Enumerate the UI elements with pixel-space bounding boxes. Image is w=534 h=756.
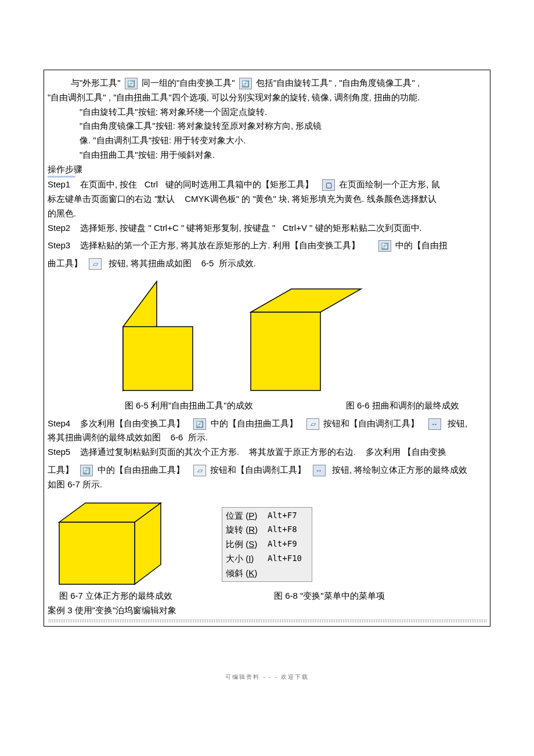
free-distort-icon xyxy=(89,258,102,270)
text: 包括"自由旋转工具" , "自由角度镜像工具" , xyxy=(256,78,420,88)
svg-marker-2 xyxy=(251,289,361,312)
menu-label-text: 比例 xyxy=(226,539,243,549)
menu-item-rotate[interactable]: 旋转 (R) Alt+F8 xyxy=(226,523,308,537)
rectangle-tool-icon xyxy=(322,179,335,191)
wavy-separator xyxy=(48,619,486,623)
step3: Step3 选择粘贴的第一个正方形, 将其放在原矩形的上方. 利用【自由变换工具… xyxy=(48,238,486,253)
text: 中的【自由扭曲工具】 xyxy=(211,418,298,428)
figure-row-2: 位置 (P) Alt+F7 旋转 (R) Alt+F8 比例 (S) Alt+F… xyxy=(48,496,486,589)
menu-key: K xyxy=(248,568,254,578)
caption-6-8: 图 6-8 "变换"菜单中的菜单项 xyxy=(274,589,460,603)
free-distort-icon xyxy=(306,418,319,430)
text: 与"外形工具" xyxy=(71,78,121,88)
text: 同一组的"自由变换工具" xyxy=(142,78,235,88)
svg-marker-3 xyxy=(251,312,320,390)
menu-item-size[interactable]: 大小 (I) Alt+F10 xyxy=(226,552,308,566)
figure-6-7-image xyxy=(53,496,169,589)
text: 多次利用【自由变换工具】 xyxy=(80,418,185,428)
text: 在页面中, 按住 xyxy=(80,179,137,189)
document-page: 与"外形工具" 同一组的"自由变换工具" 包括"自由旋转工具" , "自由角度镜… xyxy=(44,70,490,627)
free-transform-icon xyxy=(378,240,391,252)
menu-shortcut: Alt+F7 xyxy=(268,509,308,523)
key-ctrl: Ctrl xyxy=(145,179,158,189)
intro-line2: "自由调剂工具" , "自由扭曲工具"四个选项, 可以分别实现对象的旋转, 镜像… xyxy=(48,91,486,105)
step-label: Step1 xyxy=(48,179,70,189)
intro-line1: 与"外形工具" 同一组的"自由变换工具" 包括"自由旋转工具" , "自由角度镜… xyxy=(48,76,486,91)
text: 工具】 xyxy=(48,465,74,475)
fig-ref: 6-6 xyxy=(171,432,183,442)
text: 选择粘贴的第一个正方形, 将其放在原矩形的上方. 利用【自由变换工具】 xyxy=(80,240,360,250)
bullet-2: "自由角度镜像工具"按钮: 将对象旋转至原对象对称方向, 形成镜 xyxy=(48,119,486,133)
caption-6-5: 图 6-5 利用"自由扭曲工具"的成效 xyxy=(82,399,295,413)
menu-item-position[interactable]: 位置 (P) Alt+F7 xyxy=(226,509,308,523)
menu-label-text: 旋转 xyxy=(226,525,243,534)
text: 多次利用 【自由变换 xyxy=(366,447,446,457)
free-transform-icon xyxy=(80,465,93,476)
transform-menu: 位置 (P) Alt+F7 旋转 (R) Alt+F8 比例 (S) Alt+F… xyxy=(222,507,312,583)
figure-row-1 xyxy=(117,274,486,396)
text: 按钮, 将其扭曲成如图 xyxy=(109,258,192,268)
step4: Step4 多次利用【自由变换工具】 中的【自由扭曲工具】 按钮和【自由调剂工具… xyxy=(48,417,486,431)
text: 将其放置于原正方形的右边. xyxy=(249,447,356,457)
bullet-3: 像. "自由调剂工具"按钮: 用于转变对象大小. xyxy=(48,133,486,148)
menu-label-text: 大小 xyxy=(226,554,243,563)
svg-marker-1 xyxy=(123,327,193,390)
menu-shortcut: Alt+F10 xyxy=(268,552,308,566)
free-transform-icon xyxy=(239,78,252,89)
step2: Step2 选择矩形, 按键盘 " Ctrl+C " 键将矩形复制, 按键盘 "… xyxy=(48,221,486,236)
caption-row-2: 图 6-7 立体正方形的最终成效 图 6-8 "变换"菜单中的菜单项 xyxy=(48,589,486,603)
menu-item-skew[interactable]: 倾斜 (K) xyxy=(226,566,308,581)
text: 选择通过复制粘贴到页面的其次个正方形. xyxy=(80,447,239,457)
text: 所示成效. xyxy=(219,258,256,268)
step-label: Step5 xyxy=(48,447,70,457)
figure-6-5-image xyxy=(117,274,210,396)
text: 键的同时选用工具箱中的【矩形工具】 xyxy=(165,179,313,189)
free-transform-icon xyxy=(193,418,206,430)
text: 按钮和【自由调剂工具】 xyxy=(210,465,306,475)
step1: Step1 在页面中, 按住 Ctrl 键的同时选用工具箱中的【矩形工具】 在页… xyxy=(48,178,486,192)
menu-key: R xyxy=(248,525,255,534)
menu-shortcut: Alt+F9 xyxy=(268,537,308,552)
step1-line3: 的黑色. xyxy=(48,207,486,221)
free-adjust-icon xyxy=(428,418,441,430)
page-footer: 可编辑资料 - - - 欢迎下载 xyxy=(0,673,534,681)
text: 按钮和【自由调剂工具】 xyxy=(323,418,419,428)
caption-6-7: 图 6-7 立体正方形的最终成效 xyxy=(48,589,222,603)
bullet-4: "自由扭曲工具"按钮: 用于倾斜对象. xyxy=(48,148,486,162)
text: " 键将矩形复制, 按键盘 " xyxy=(181,223,275,233)
step5-line3: 如图 6-7 所示. xyxy=(48,478,486,492)
text: 曲工具】 xyxy=(48,258,82,268)
text: 中的【自由扭曲工具】 xyxy=(98,465,185,475)
step-label: Step2 xyxy=(48,223,70,233)
menu-label-text: 倾斜 xyxy=(226,568,243,578)
step5-line2: 工具】 中的【自由扭曲工具】 按钮和【自由调剂工具】 按钮, 将绘制立体正方形的… xyxy=(48,463,486,478)
menu-shortcut xyxy=(268,566,308,581)
caption-6-6: 图 6-6 扭曲和调剂的最终成效 xyxy=(319,399,486,413)
text: 按钮, xyxy=(448,418,467,428)
step-label: Step4 xyxy=(48,418,70,428)
step4-line2: 将其扭曲调剂的最终成效如图 6-6 所示. xyxy=(48,431,486,445)
menu-key: P xyxy=(248,511,254,520)
key-ctrl-c: Ctrl+C xyxy=(154,223,179,233)
text: 在页面绘制一个正方形, 鼠 xyxy=(339,179,439,189)
menu-item-scale[interactable]: 比例 (S) Alt+F9 xyxy=(226,537,308,552)
ops-heading: 操作步骤 xyxy=(48,162,486,177)
text: CMYK调色板" 的 "黄色" 块, 将矩形填充为黄色. 线条颜色选择默认 xyxy=(185,194,436,204)
case-3: 案例 3 使用"变换"泊坞窗编辑对象 xyxy=(48,603,486,618)
figure-6-6-image xyxy=(245,280,367,396)
step1-line2: 标左键单击页面窗口的右边 "默认 CMYK调色板" 的 "黄色" 块, 将矩形填… xyxy=(48,192,486,207)
step-label: Step3 xyxy=(48,240,70,250)
text: 标左键单击页面窗口的右边 "默认 xyxy=(48,194,175,204)
bullet-1: "自由旋转工具"按钮: 将对象环绕一个固定点旋转. xyxy=(48,105,486,120)
caption-row-1: 图 6-5 利用"自由扭曲工具"的成效 图 6-6 扭曲和调剂的最终成效 xyxy=(48,399,486,413)
free-adjust-icon xyxy=(313,465,326,476)
text: 将其扭曲调剂的最终成效如图 xyxy=(48,432,161,442)
text: 中的【自由扭 xyxy=(395,240,448,250)
text: " 键的矩形粘贴二次到页面中. xyxy=(309,223,422,233)
menu-label-text: 位置 xyxy=(226,511,243,520)
menu-key: I xyxy=(248,554,251,563)
text: 所示. xyxy=(188,432,208,442)
menu-shortcut: Alt+F8 xyxy=(268,523,308,537)
menu-key: S xyxy=(248,539,254,549)
step3-line2: 曲工具】 按钮, 将其扭曲成如图 6-5 所示成效. xyxy=(48,256,486,271)
